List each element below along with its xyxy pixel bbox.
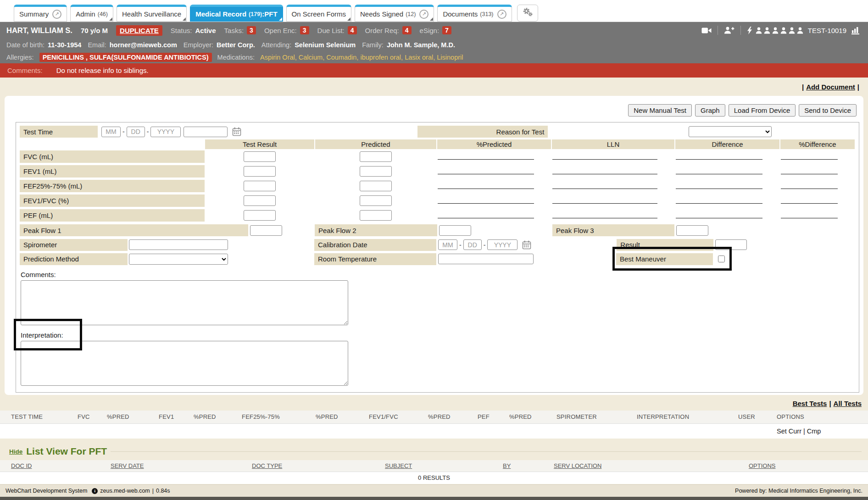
allergy-badge[interactable]: PENICILLINS , SULFA(SULFONAMIDE ANTIBIOT… — [39, 53, 212, 62]
list-view-empty-row: 0 RESULTS — [0, 472, 868, 484]
col-user: USER — [738, 411, 777, 423]
due-list-count-badge[interactable]: 4 — [348, 26, 357, 34]
tab-needs-signed[interactable]: Needs Signed (12) ↗ — [355, 5, 434, 22]
order-req-count-badge[interactable]: 4 — [402, 26, 412, 34]
difference-line — [675, 194, 780, 208]
peak-flow-3-input[interactable] — [676, 225, 708, 236]
popout-icon[interactable]: ↗ — [497, 10, 506, 19]
peak-flow-2-input[interactable] — [439, 225, 471, 236]
calibration-year-input[interactable] — [487, 239, 517, 250]
tab-bar: Summary ↗ Admin (46) Health Surveillance… — [0, 0, 868, 22]
col-serv-location: SERV LOCATION — [554, 460, 749, 472]
settings-gear-button[interactable] — [517, 5, 538, 22]
measure-row-fev1-fvc: FEV1/FVC (%) — [20, 194, 855, 208]
tab-label: Health Surveillance — [122, 10, 181, 18]
peak-flow-1-label: Peak Flow 1 — [20, 224, 248, 236]
popout-icon[interactable]: ↗ — [52, 10, 61, 19]
percent-predicted-line — [437, 208, 551, 222]
measure-row-pef: PEF (mL) — [20, 208, 855, 222]
fvc-predicted-input[interactable] — [360, 151, 392, 162]
send-to-device-button[interactable]: Send to Device — [799, 104, 857, 117]
load-from-device-button[interactable]: Load From Device — [729, 104, 796, 117]
tab-on-screen-forms[interactable]: On Screen Forms — [286, 5, 351, 22]
add-user-icon[interactable] — [724, 27, 734, 34]
calibration-date-group: - - — [438, 239, 531, 250]
best-tests-link[interactable]: Best Tests — [793, 400, 827, 407]
add-document-link[interactable]: Add Document — [806, 83, 855, 91]
test-time-input[interactable] — [184, 127, 228, 137]
separator: | — [857, 83, 859, 91]
test-month-input[interactable] — [101, 127, 121, 137]
tasks-field: Tasks: 3 — [224, 26, 256, 34]
interpretation-textarea[interactable] — [21, 341, 348, 386]
spirometer-input[interactable] — [129, 239, 228, 250]
medication-link[interactable]: Coumadin — [326, 54, 360, 61]
fev1-predicted-input[interactable] — [360, 166, 392, 177]
test-day-input[interactable] — [127, 127, 145, 137]
date-separator: - — [122, 128, 125, 135]
result-input[interactable] — [715, 239, 747, 250]
duplicate-badge[interactable]: DUPLICATE — [116, 25, 162, 36]
best-maneuver-checkbox[interactable] — [718, 256, 725, 262]
col-test-time: TEST TIME — [0, 411, 78, 423]
fef-test-result-input[interactable] — [244, 181, 276, 191]
reason-for-test-select[interactable] — [689, 126, 772, 137]
prediction-method-select[interactable] — [129, 254, 228, 265]
status-value: Active — [195, 27, 216, 34]
pef-predicted-input[interactable] — [360, 210, 392, 221]
col-fvc: FVC — [78, 411, 107, 423]
best-maneuver-group: Best Maneuver — [616, 253, 726, 265]
medication-link[interactable]: Calcium — [299, 54, 326, 61]
dob-field: Date of birth: 11-30-1954 — [6, 41, 81, 49]
tab-medical-record[interactable]: Medical Record (179) :PFT — [190, 5, 283, 22]
peak-flow-1-input[interactable] — [250, 225, 282, 236]
fvc-test-result-input[interactable] — [244, 151, 276, 162]
set-curr-cmp-links[interactable]: Set Curr | Cmp — [777, 423, 868, 439]
calibration-day-input[interactable] — [463, 239, 482, 250]
medication-link[interactable]: ibuprofen oral — [360, 54, 405, 61]
medication-link[interactable]: Aspirin Oral — [260, 54, 299, 61]
flowsheet-chart-icon[interactable] — [851, 27, 859, 34]
col-serv-date: SERV DATE — [111, 460, 252, 472]
graph-button[interactable]: Graph — [695, 104, 725, 117]
family-label: Family: — [362, 41, 384, 49]
tasks-count-badge[interactable]: 3 — [247, 26, 256, 34]
employer-field: Employer: Better Corp. — [184, 41, 255, 49]
calibration-month-input[interactable] — [438, 239, 457, 250]
measure-row-fef: FEF25%-75% (mL) — [20, 179, 855, 193]
medication-link[interactable]: Lisinopril — [437, 54, 463, 61]
tab-summary[interactable]: Summary ↗ — [14, 5, 67, 22]
comments-textarea[interactable] — [21, 280, 348, 325]
pft-results-table: TEST TIME FVC %PRED FEV1 %PRED FEF25%-75… — [0, 411, 868, 439]
video-call-icon[interactable] — [701, 27, 712, 34]
fef-predicted-input[interactable] — [360, 181, 392, 191]
date-separator: - — [459, 241, 462, 249]
fev1-fvc-test-result-input[interactable] — [244, 195, 276, 206]
open-enc-count-badge[interactable]: 3 — [300, 26, 309, 34]
calendar-icon[interactable] — [522, 240, 531, 250]
test-year-input[interactable] — [150, 127, 181, 137]
fev1-fvc-predicted-input[interactable] — [360, 195, 392, 206]
tab-health-surveillance[interactable]: Health Surveillance — [117, 5, 187, 22]
info-icon[interactable]: i — [92, 488, 98, 494]
esign-count-badge[interactable]: 7 — [442, 26, 451, 34]
medication-list: Aspirin Oral Calcium Coumadin ibuprofen … — [260, 54, 463, 61]
hide-link[interactable]: Hide — [9, 448, 22, 455]
col-fev1-fvc: FEV1/FVC — [369, 411, 428, 423]
tab-label: Documents — [443, 10, 478, 18]
tab-admin[interactable]: Admin (46) — [70, 5, 113, 22]
all-tests-link[interactable]: All Tests — [834, 400, 862, 407]
tab-documents[interactable]: Documents (313) ↗ — [437, 5, 512, 22]
new-manual-test-button[interactable]: New Manual Test — [628, 104, 692, 117]
room-temperature-input[interactable] — [438, 254, 534, 264]
col-pred-3: %PRED — [316, 411, 369, 423]
date-separator: - — [484, 241, 486, 249]
calendar-icon[interactable] — [232, 127, 241, 136]
test-time-row: Test Time - - Reason for Test — [20, 124, 855, 139]
quick-action-bolt-icon[interactable] — [747, 27, 752, 34]
medication-link[interactable]: Lasix oral — [405, 54, 437, 61]
popout-icon[interactable]: ↗ — [419, 10, 428, 19]
allergies-label: Allergies: — [6, 54, 34, 61]
pef-test-result-input[interactable] — [244, 210, 276, 221]
fev1-test-result-input[interactable] — [244, 166, 276, 177]
